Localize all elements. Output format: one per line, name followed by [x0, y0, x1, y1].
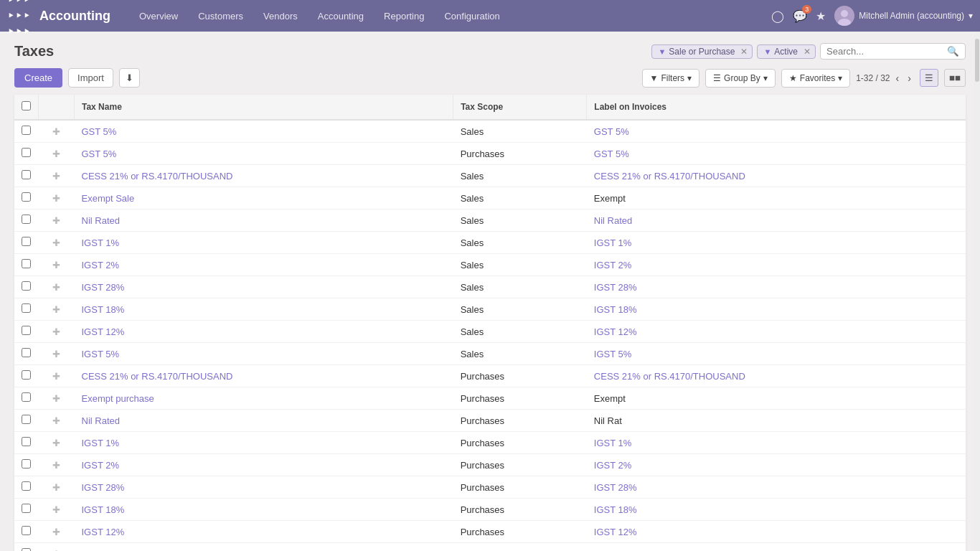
create-button[interactable]: Create	[14, 68, 62, 88]
filter-sale-or-purchase[interactable]: ▼ Sale or Purchase ✕	[651, 44, 753, 59]
tax-name-link-2[interactable]: CESS 21% or RS.4170/THOUSAND	[82, 171, 233, 182]
label-link-2[interactable]: CESS 21% or RS.4170/THOUSAND	[594, 171, 745, 182]
row-checkbox-14[interactable]	[22, 437, 31, 446]
search-box[interactable]: 🔍	[820, 43, 966, 60]
label-link-18[interactable]: IGST 12%	[594, 527, 637, 537]
search-button[interactable]: 🔍	[947, 46, 959, 57]
pager-next[interactable]: ›	[905, 71, 914, 85]
drag-handle-17[interactable]: ✚	[52, 504, 60, 515]
drag-handle-5[interactable]: ✚	[52, 237, 60, 248]
label-link-10[interactable]: IGST 5%	[594, 349, 632, 359]
chat-icon[interactable]: 💬 3	[793, 9, 807, 23]
tax-name-link-19[interactable]: IGST 5%	[82, 549, 120, 552]
help-icon[interactable]: ◯	[771, 9, 784, 23]
row-checkbox-8[interactable]	[22, 303, 31, 313]
tax-name-link-14[interactable]: IGST 1%	[82, 438, 120, 448]
drag-handle-19[interactable]: ✚	[52, 549, 60, 552]
tax-name-link-0[interactable]: GST 5%	[82, 126, 117, 137]
drag-handle-7[interactable]: ✚	[52, 282, 60, 293]
tax-name-link-9[interactable]: IGST 12%	[82, 326, 125, 337]
filter-close-2[interactable]: ✕	[804, 47, 811, 57]
drag-handle-11[interactable]: ✚	[52, 371, 60, 382]
drag-handle-14[interactable]: ✚	[52, 438, 60, 448]
label-link-5[interactable]: IGST 1%	[594, 237, 632, 248]
drag-handle-1[interactable]: ✚	[52, 149, 60, 159]
pager-prev[interactable]: ‹	[893, 71, 903, 85]
tax-name-link-1[interactable]: GST 5%	[82, 149, 117, 159]
tax-name-link-17[interactable]: IGST 18%	[82, 504, 125, 515]
row-checkbox-16[interactable]	[22, 481, 31, 491]
tax-name-link-5[interactable]: IGST 1%	[82, 237, 120, 248]
nav-accounting[interactable]: Accounting	[309, 6, 372, 26]
drag-handle-10[interactable]: ✚	[52, 349, 60, 359]
settings-icon[interactable]: ★	[816, 9, 826, 23]
user-menu[interactable]: Mitchell Admin (accounting) ▾	[834, 6, 973, 26]
tax-name-link-7[interactable]: IGST 28%	[82, 282, 125, 293]
tax-name-link-12[interactable]: Exempt purchase	[82, 393, 154, 404]
tax-name-link-3[interactable]: Exempt Sale	[82, 193, 135, 204]
label-link-11[interactable]: CESS 21% or RS.4170/THOUSAND	[594, 371, 745, 382]
drag-handle-12[interactable]: ✚	[52, 393, 60, 404]
tax-name-link-4[interactable]: Nil Rated	[82, 215, 120, 226]
drag-handle-9[interactable]: ✚	[52, 326, 60, 337]
import-button[interactable]: Import	[68, 68, 113, 88]
select-all-checkbox[interactable]	[22, 101, 31, 110]
tax-name-link-16[interactable]: IGST 28%	[82, 482, 125, 493]
row-checkbox-19[interactable]	[22, 548, 31, 551]
filter-active[interactable]: ▼ Active ✕	[757, 44, 816, 59]
label-link-8[interactable]: IGST 18%	[594, 304, 637, 315]
tax-name-link-8[interactable]: IGST 18%	[82, 304, 125, 315]
row-checkbox-13[interactable]	[22, 415, 31, 424]
filter-close-1[interactable]: ✕	[740, 47, 748, 57]
row-checkbox-3[interactable]	[22, 192, 31, 202]
scrollbar-thumb[interactable]	[975, 39, 979, 82]
tax-name-link-10[interactable]: IGST 5%	[82, 349, 120, 359]
tax-name-link-13[interactable]: Nil Rated	[82, 415, 120, 426]
row-checkbox-18[interactable]	[22, 526, 31, 535]
tax-name-link-11[interactable]: CESS 21% or RS.4170/THOUSAND	[82, 371, 233, 382]
nav-overview[interactable]: Overview	[131, 6, 187, 26]
row-checkbox-6[interactable]	[22, 259, 31, 268]
row-checkbox-9[interactable]	[22, 326, 31, 335]
groupby-dropdown[interactable]: ☰ Group By ▾	[705, 69, 776, 88]
label-link-6[interactable]: IGST 2%	[594, 260, 632, 270]
row-checkbox-1[interactable]	[22, 148, 31, 157]
nav-customers[interactable]: Customers	[189, 6, 252, 26]
download-button[interactable]: ⬇	[119, 68, 140, 88]
row-checkbox-4[interactable]	[22, 215, 31, 224]
row-checkbox-7[interactable]	[22, 281, 31, 291]
label-link-15[interactable]: IGST 2%	[594, 460, 632, 471]
label-link-7[interactable]: IGST 28%	[594, 282, 637, 293]
drag-handle-13[interactable]: ✚	[52, 415, 60, 426]
label-link-17[interactable]: IGST 18%	[594, 504, 637, 515]
nav-vendors[interactable]: Vendors	[255, 6, 306, 26]
drag-handle-18[interactable]: ✚	[52, 527, 60, 537]
label-link-1[interactable]: GST 5%	[594, 149, 629, 159]
row-checkbox-5[interactable]	[22, 237, 31, 246]
tax-name-link-6[interactable]: IGST 2%	[82, 260, 120, 270]
label-link-9[interactable]: IGST 12%	[594, 326, 637, 337]
row-checkbox-15[interactable]	[22, 459, 31, 468]
favorites-dropdown[interactable]: ★ Favorites ▾	[781, 69, 850, 88]
nav-configuration[interactable]: Configuration	[435, 6, 508, 26]
scrollbar-track[interactable]	[974, 32, 980, 551]
row-checkbox-10[interactable]	[22, 348, 31, 357]
view-list-button[interactable]: ☰	[920, 69, 938, 87]
drag-handle-0[interactable]: ✚	[52, 126, 60, 137]
drag-handle-3[interactable]: ✚	[52, 193, 60, 204]
row-checkbox-11[interactable]	[22, 370, 31, 380]
row-checkbox-2[interactable]	[22, 170, 31, 179]
apps-grid-icon[interactable]: ‣‣‣‣‣‣‣‣‣	[7, 0, 31, 39]
search-input[interactable]	[826, 46, 947, 57]
label-link-16[interactable]: IGST 28%	[594, 482, 637, 493]
drag-handle-16[interactable]: ✚	[52, 482, 60, 493]
tax-name-link-18[interactable]: IGST 12%	[82, 527, 125, 537]
label-link-14[interactable]: IGST 1%	[594, 438, 632, 448]
row-checkbox-12[interactable]	[22, 392, 31, 402]
drag-handle-8[interactable]: ✚	[52, 304, 60, 315]
label-link-0[interactable]: GST 5%	[594, 126, 629, 137]
nav-reporting[interactable]: Reporting	[375, 6, 433, 26]
drag-handle-4[interactable]: ✚	[52, 215, 60, 226]
label-link-19[interactable]: IGST 5%	[594, 549, 632, 552]
view-kanban-button[interactable]: ■■	[944, 69, 966, 87]
